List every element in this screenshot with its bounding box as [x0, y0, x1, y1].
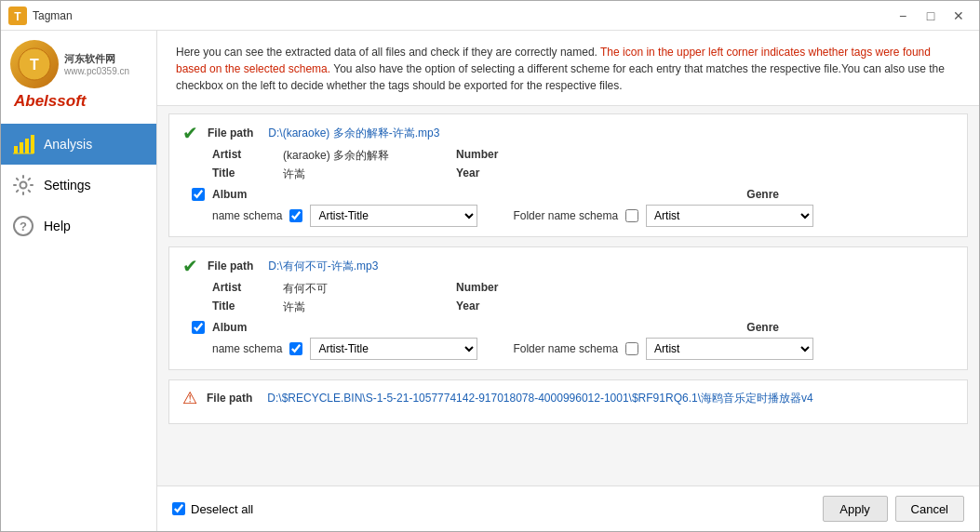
field-value-year	[536, 166, 704, 182]
file-path-value: D:\$RECYCLE.BIN\S-1-5-21-1057774142-9170…	[267, 391, 812, 406]
svg-point-9	[20, 182, 27, 189]
svg-text:T: T	[30, 57, 39, 73]
entry2-checkbox[interactable]	[192, 321, 205, 334]
deselect-all-label: Deselect all	[191, 502, 253, 516]
folder-schema-checkbox[interactable]	[625, 342, 638, 355]
schema-row: name schema Artist-Title Title-Artist Ar…	[212, 205, 954, 227]
status-ok-icon: ✔	[182, 257, 198, 275]
titlebar: T Tagman − □ ✕	[1, 1, 979, 31]
name-schema-select[interactable]: Artist-Title Title-Artist Artist - Title…	[310, 205, 477, 227]
svg-text:T: T	[14, 10, 21, 23]
logo-url: www.pc0359.cn	[64, 66, 129, 76]
field-label-artist: Artist	[212, 281, 277, 297]
sidebar-item-analysis-label: Analysis	[44, 137, 92, 152]
sidebar-logo: T 河东软件网 www.pc0359.cn Abelssoft	[1, 31, 156, 116]
svg-rect-6	[25, 139, 29, 153]
maximize-button[interactable]: □	[918, 3, 944, 29]
name-schema-checkbox[interactable]	[289, 209, 302, 222]
cancel-button[interactable]: Cancel	[895, 496, 964, 522]
file-path-value: D:\有何不可-许嵩.mp3	[268, 259, 378, 274]
field-label-title: Title	[212, 299, 277, 315]
name-schema-checkbox[interactable]	[289, 342, 302, 355]
settings-icon	[12, 174, 34, 196]
sidebar-item-help-label: Help	[44, 219, 71, 233]
entry1-checkbox[interactable]	[192, 188, 205, 201]
sidebar-item-help[interactable]: ? Help	[1, 206, 156, 246]
file-entry-header: ✔ File path D:\(karaoke) 多余的解释-许嵩.mp3	[182, 124, 954, 142]
file-list-area: ✔ File path D:\(karaoke) 多余的解释-许嵩.mp3 Ar…	[157, 106, 979, 485]
field-value-year	[536, 299, 704, 315]
file-path-label: File path	[208, 126, 253, 140]
schema-row: name schema Artist-Title Title-Artist Ar…	[212, 338, 954, 360]
field-value-number	[536, 281, 704, 297]
field-value-title: 许嵩	[283, 299, 450, 315]
main-window: T Tagman − □ ✕ T 河东软件网	[0, 0, 980, 532]
deselect-all-checkbox[interactable]	[172, 502, 185, 515]
folder-schema-select[interactable]: Artist Album Year	[646, 338, 813, 360]
field-label-year: Year	[456, 166, 530, 182]
field-label-album: Album	[212, 321, 247, 334]
file-path-value: D:\(karaoke) 多余的解释-许嵩.mp3	[268, 126, 439, 141]
desc-highlight1: The icon in the upper left corner indica…	[176, 46, 931, 75]
apply-button[interactable]: Apply	[823, 496, 888, 522]
right-panel: Here you can see the extracted data of a…	[157, 31, 979, 531]
field-label-title: Title	[212, 166, 277, 182]
close-button[interactable]: ✕	[946, 3, 972, 29]
status-error-icon: ⚠	[182, 390, 197, 406]
field-label-year: Year	[456, 299, 530, 315]
sidebar-nav: Analysis Settings	[1, 116, 156, 531]
field-label-genre: Genre	[746, 188, 779, 201]
field-value-title: 许嵩	[283, 166, 450, 182]
svg-rect-7	[31, 135, 34, 153]
sidebar-item-settings-label: Settings	[44, 178, 91, 193]
folder-schema-label: Folder name schema	[513, 342, 618, 355]
file-entry: ✔ File path D:\有何不可-许嵩.mp3 Artist 有何不可 N…	[168, 246, 968, 370]
analysis-icon	[12, 133, 34, 155]
description-text: Here you can see the extracted data of a…	[176, 46, 945, 92]
field-label-number: Number	[456, 281, 530, 297]
file-path-label: File path	[208, 259, 253, 273]
file-entry-header: ✔ File path D:\有何不可-许嵩.mp3	[182, 257, 954, 275]
bottom-bar: Deselect all Apply Cancel	[157, 485, 979, 531]
file-entry-header: ⚠ File path D:\$RECYCLE.BIN\S-1-5-21-105…	[182, 390, 954, 406]
svg-text:?: ?	[20, 219, 27, 233]
help-icon: ?	[12, 215, 34, 237]
svg-rect-4	[14, 146, 18, 153]
folder-schema-label: Folder name schema	[513, 209, 618, 222]
status-ok-icon: ✔	[182, 124, 198, 142]
minimize-button[interactable]: −	[890, 3, 916, 29]
main-content: T 河东软件网 www.pc0359.cn Abelssoft	[1, 31, 979, 531]
field-value-number	[536, 148, 704, 164]
sidebar-item-settings[interactable]: Settings	[1, 165, 156, 206]
field-label-genre: Genre	[746, 321, 779, 334]
folder-schema-select[interactable]: Artist Album Year	[646, 205, 813, 227]
description-area: Here you can see the extracted data of a…	[157, 31, 979, 106]
file-entry: ✔ File path D:\(karaoke) 多余的解释-许嵩.mp3 Ar…	[168, 113, 968, 237]
app-icon: T	[8, 7, 27, 25]
window-title: Tagman	[33, 9, 890, 22]
file-entry: ⚠ File path D:\$RECYCLE.BIN\S-1-5-21-105…	[168, 379, 968, 424]
name-schema-label: name schema	[212, 209, 282, 222]
logo-brand: Abelssoft	[14, 92, 147, 111]
file-path-label: File path	[207, 392, 252, 405]
deselect-area: Deselect all	[172, 502, 253, 516]
field-label-number: Number	[456, 148, 530, 164]
folder-schema-checkbox[interactable]	[625, 209, 638, 222]
sidebar: T 河东软件网 www.pc0359.cn Abelssoft	[1, 31, 157, 531]
field-value-artist: 有何不可	[283, 281, 450, 297]
logo-icon: T	[18, 47, 51, 81]
field-label-album: Album	[212, 188, 247, 201]
field-value-artist: (karaoke) 多余的解释	[283, 148, 450, 164]
svg-rect-5	[20, 142, 23, 153]
bottom-buttons: Apply Cancel	[823, 496, 964, 522]
logo-cn-text: 河东软件网	[64, 52, 129, 66]
window-controls: − □ ✕	[890, 3, 972, 29]
sidebar-item-analysis[interactable]: Analysis	[1, 124, 156, 165]
name-schema-label: name schema	[212, 342, 282, 355]
name-schema-select[interactable]: Artist-Title Title-Artist Artist - Title…	[310, 338, 477, 360]
field-label-artist: Artist	[212, 148, 277, 164]
